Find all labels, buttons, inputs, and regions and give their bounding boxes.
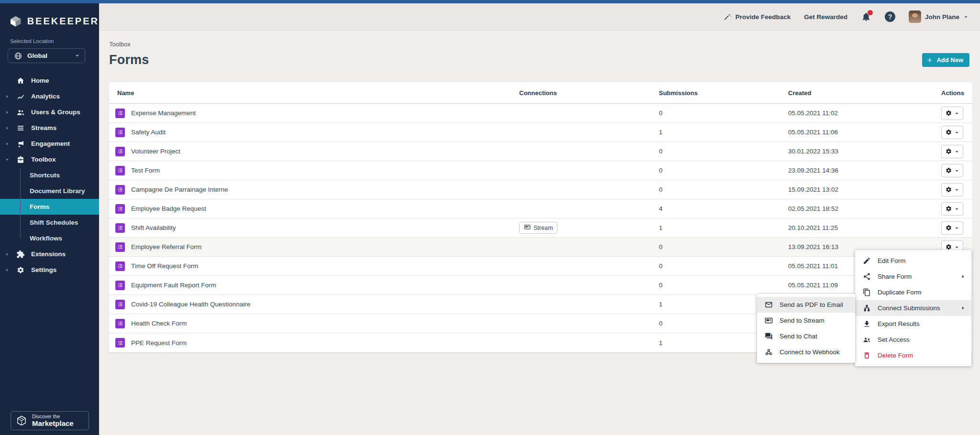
form-icon	[115, 128, 125, 137]
form-name: Volunteer Project	[131, 148, 180, 155]
sidebar-item-forms[interactable]: Forms	[0, 199, 99, 215]
menu-item-set-access[interactable]: Set Access	[855, 332, 971, 348]
caret-right-icon[interactable]	[5, 94, 11, 99]
form-icon	[115, 185, 125, 195]
menu-item-duplicate-form[interactable]: Duplicate Form	[855, 284, 971, 300]
form-name: Campagne De Parrainage Interne	[131, 186, 228, 193]
caret-down-icon[interactable]	[5, 157, 11, 162]
streams-icon	[16, 124, 25, 132]
row-actions-button[interactable]	[941, 202, 963, 216]
created-cell: 23.09.2021 14:36	[788, 167, 941, 174]
form-name-cell[interactable]: Safety Audit	[109, 128, 519, 137]
form-name: Employee Referral Form	[131, 243, 201, 250]
page-title: Forms	[109, 53, 149, 67]
sidebar-item-engagement[interactable]: Engagement	[0, 136, 99, 152]
marketplace-button[interactable]: Discover the Marketplace	[11, 411, 89, 430]
form-name-cell[interactable]: Covid-19 Colleague Health Questionnaire	[109, 300, 519, 309]
row-actions-button[interactable]	[941, 107, 963, 120]
topbar: Provide Feedback Get Rewarded ? John Pla…	[99, 3, 980, 31]
caret-right-icon[interactable]	[5, 110, 11, 115]
sidebar-item-extensions[interactable]: Extensions	[0, 246, 99, 262]
gear-icon	[945, 224, 952, 231]
selected-location-label: Selected Location	[0, 28, 99, 44]
gear-icon	[945, 109, 952, 117]
column-header-connections[interactable]: Connections	[519, 89, 659, 97]
row-actions-button[interactable]	[941, 183, 963, 196]
form-name-cell[interactable]: Campagne De Parrainage Interne	[109, 185, 519, 195]
form-name-cell[interactable]: Expense Management	[109, 109, 519, 118]
row-actions-button[interactable]	[941, 221, 963, 235]
caret-right-icon[interactable]	[5, 268, 11, 272]
breadcrumb[interactable]: Toolbox	[109, 41, 980, 48]
form-name-cell[interactable]: Volunteer Project	[109, 147, 519, 156]
menu-item-connect-submissions[interactable]: Connect Submissions	[855, 300, 971, 316]
row-actions-button[interactable]	[941, 145, 963, 158]
location-selector[interactable]: Global	[8, 48, 85, 63]
connection-stream-badge[interactable]: Stream	[519, 222, 557, 234]
pencil-icon	[863, 257, 871, 265]
brand-name: BEEKEEPER	[27, 16, 99, 27]
add-new-button[interactable]: Add New	[922, 53, 969, 67]
submissions-cell: 4	[659, 205, 788, 212]
submissions-cell: 0	[659, 186, 788, 193]
menu-item-delete-form[interactable]: Delete Form	[855, 348, 971, 363]
form-name-cell[interactable]: Time Off Request Form	[109, 261, 519, 271]
created-cell: 13.09.2021 16:13	[788, 243, 941, 250]
menu-item-send-to-chat[interactable]: Send to Chat	[757, 328, 855, 344]
sidebar-item-analytics[interactable]: Analytics	[0, 88, 99, 104]
column-header-name[interactable]: Name	[109, 89, 519, 97]
row-actions-button[interactable]	[941, 126, 963, 139]
menu-item-edit-form[interactable]: Edit Form	[855, 253, 971, 269]
provide-feedback-button[interactable]: Provide Feedback	[724, 13, 791, 21]
sidebar-item-home[interactable]: Home	[0, 73, 99, 88]
form-name-cell[interactable]: Employee Referral Form	[109, 242, 519, 252]
form-name-cell[interactable]: Health Check Form	[109, 319, 519, 328]
gear-icon	[945, 148, 952, 155]
menu-item-connect-to-webhook[interactable]: Connect to Webhook	[757, 344, 855, 360]
form-name: Expense Management	[131, 109, 196, 117]
column-header-created[interactable]: Created	[788, 89, 941, 97]
menu-item-share-form[interactable]: Share Form	[855, 269, 971, 284]
user-menu[interactable]: John Plane	[909, 11, 969, 23]
menu-item-send-as-pdf-to-email[interactable]: Send as PDF to Email	[757, 297, 855, 313]
sidebar-item-workflows[interactable]: Workflows	[0, 230, 99, 246]
created-cell: 15.09.2021 13:02	[788, 186, 941, 193]
flow-icon	[863, 304, 871, 312]
sidebar-item-shortcuts[interactable]: Shortcuts	[0, 167, 99, 183]
column-header-submissions[interactable]: Submissions	[659, 89, 788, 97]
sidebar-item-toolbox[interactable]: Toolbox	[0, 152, 99, 167]
chevron-down-icon	[954, 244, 959, 250]
form-name-cell[interactable]: PPE Request Form	[109, 338, 519, 348]
stream-card-icon	[524, 224, 531, 232]
form-icon	[115, 319, 125, 328]
help-icon[interactable]: ?	[885, 11, 895, 22]
stream-card-icon	[765, 316, 773, 325]
notifications-bell-icon[interactable]	[861, 11, 871, 22]
form-name-cell[interactable]: Employee Badge Request	[109, 204, 519, 214]
form-name-cell[interactable]: Equipment Fault Report Form	[109, 281, 519, 290]
gear-icon	[945, 186, 952, 193]
chevron-down-icon	[954, 130, 959, 135]
menu-item-export-results[interactable]: Export Results	[855, 316, 971, 332]
form-name: Safety Audit	[131, 129, 166, 136]
caret-right-icon[interactable]	[5, 141, 11, 146]
form-name-cell[interactable]: Shift Availability	[109, 223, 519, 233]
notification-badge	[868, 10, 873, 15]
menu-item-send-to-stream[interactable]: Send to Stream	[757, 313, 855, 328]
top-accent-bar	[0, 0, 980, 3]
sidebar-item-shift-schedules[interactable]: Shift Schedules	[0, 215, 99, 230]
form-name-cell[interactable]: Test Form	[109, 166, 519, 175]
submissions-cell: 0	[659, 262, 788, 270]
chevron-down-icon	[954, 149, 959, 154]
created-cell: 02.05.2021 18:52	[788, 205, 941, 212]
sidebar-item-document-library[interactable]: Document Library	[0, 183, 99, 199]
caret-right-icon[interactable]	[5, 126, 11, 130]
sidebar-item-streams[interactable]: Streams	[0, 120, 99, 136]
chevron-down-icon	[954, 110, 959, 116]
email-icon	[765, 301, 773, 309]
caret-right-icon[interactable]	[5, 252, 11, 257]
get-rewarded-button[interactable]: Get Rewarded	[804, 13, 847, 21]
sidebar-item-settings[interactable]: Settings	[0, 262, 99, 278]
sidebar-item-users-groups[interactable]: Users & Groups	[0, 104, 99, 120]
row-actions-button[interactable]	[941, 164, 963, 177]
